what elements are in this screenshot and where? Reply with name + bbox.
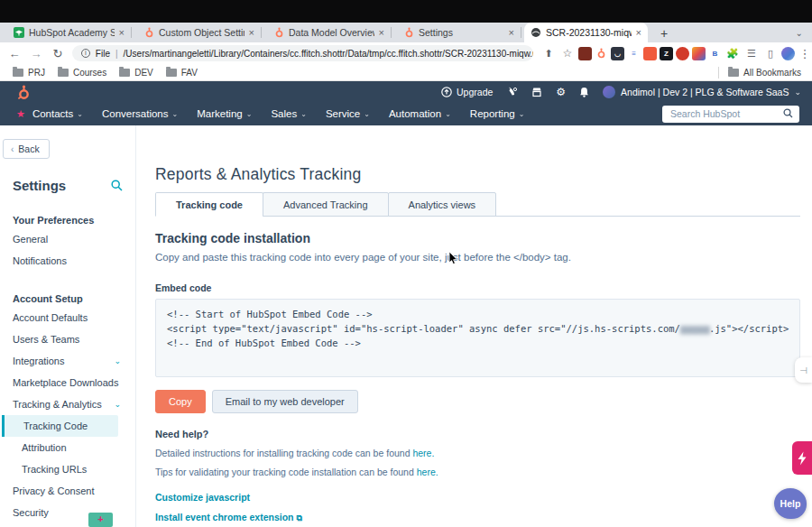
browser-tab[interactable]: Custom Object Settings × — [137, 23, 261, 42]
extension-icon[interactable]: ◡ — [611, 47, 624, 60]
extensions-puzzle-icon[interactable]: 🧩 — [724, 48, 741, 60]
media-controls-icon[interactable]: ☰ — [743, 48, 760, 60]
sidebar-item-general[interactable]: General — [0, 228, 135, 250]
extension-icon[interactable]: Z — [660, 47, 673, 60]
bookmarks-bar: PRJ Courses DEV FAV All Bookmarks — [0, 64, 812, 81]
upgrade-button[interactable]: Upgrade — [441, 87, 493, 97]
url-scheme: File — [96, 49, 110, 59]
all-bookmarks-button[interactable]: All Bookmarks — [718, 67, 801, 79]
url-separator: | — [115, 49, 118, 59]
bookmark-folder[interactable]: Courses — [58, 68, 106, 78]
profile-avatar[interactable] — [781, 47, 795, 60]
tab-tracking-code[interactable]: Tracking code — [155, 192, 263, 217]
sidebar-item-tracking-code[interactable]: Tracking Code — [2, 415, 118, 437]
all-bookmarks-label: All Bookmarks — [743, 68, 801, 78]
panel-collapse-handle[interactable]: ⊣ — [795, 357, 812, 383]
nav-item-service[interactable]: Service⌄ — [326, 108, 370, 119]
hubspot-favicon-icon — [143, 27, 154, 38]
help-button[interactable]: Help — [774, 488, 807, 519]
forward-nav-icon[interactable]: → — [25, 47, 47, 60]
nav-item-automation[interactable]: Automation⌄ — [389, 108, 451, 119]
tab-title: Data Model Overview — [289, 27, 374, 38]
sidebar-item-attribution[interactable]: Attribution — [0, 437, 135, 458]
instructions-link[interactable]: here. — [412, 448, 434, 458]
tracking-settings-main: Reports & Analytics Tracking Tracking co… — [136, 125, 812, 527]
page-info-icon[interactable]: i — [81, 49, 90, 58]
close-icon[interactable]: × — [379, 28, 384, 38]
reload-icon[interactable]: ↻ — [47, 47, 69, 60]
close-icon[interactable]: × — [636, 28, 641, 38]
settings-gear-icon[interactable]: ⚙ — [556, 86, 566, 98]
browser-tab[interactable]: Data Model Overview × — [267, 23, 391, 42]
sidebar-group-heading: Account Setup — [13, 293, 123, 304]
upgrade-label: Upgrade — [457, 87, 493, 97]
sidebar-item-tracking-analytics[interactable]: Tracking & Analytics⌄ — [0, 393, 135, 415]
copy-button[interactable]: Copy — [155, 390, 206, 413]
install-extension-link[interactable]: Install event chrome extension ⧉ — [155, 512, 800, 523]
hubspot-extension-icon[interactable] — [595, 47, 608, 60]
back-button[interactable]: ‹Back — [3, 139, 50, 159]
hubspot-favicon-icon — [403, 27, 414, 38]
settings-search-icon[interactable] — [111, 180, 123, 191]
browser-tab-strip: HubSpot Academy Super Adm × Custom Objec… — [0, 23, 812, 42]
extension-icon[interactable] — [676, 47, 689, 60]
nav-item-contacts[interactable]: Contacts⌄ — [32, 108, 83, 119]
embed-code-box[interactable]: <!-- Start of HubSpot Embed Code --> <sc… — [155, 299, 800, 377]
sidebar-item-marketplace-downloads[interactable]: Marketplace Downloads — [0, 372, 135, 393]
chevron-down-icon: ⌄ — [364, 110, 370, 118]
browser-tab[interactable]: Settings × — [397, 23, 521, 42]
sidebar-item-tracking-urls[interactable]: Tracking URLs — [0, 458, 135, 480]
search-input[interactable] — [662, 106, 799, 123]
nav-item-marketing[interactable]: Marketing⌄ — [197, 108, 252, 119]
nav-item-sales[interactable]: Sales⌄ — [271, 108, 306, 119]
validation-tips-link[interactable]: here. — [417, 467, 438, 477]
tab-analytics-views[interactable]: Analytics views — [388, 192, 497, 217]
extension-icon[interactable] — [692, 47, 706, 60]
back-nav-icon[interactable]: ← — [4, 47, 25, 60]
toolbar-extensions: ⬆ ☆ ◡ ≡ Z B 🧩 ☰ ▯ ⋮ — [540, 47, 812, 60]
sidebar-item-notifications[interactable]: Notifications — [0, 250, 135, 272]
extension-icon[interactable]: ≡ — [627, 47, 641, 60]
hubspot-main-nav: ★ Contacts⌄ Conversations⌄ Marketing⌄ Sa… — [0, 102, 812, 125]
sidebar-item-account-defaults[interactable]: Account Defaults — [0, 307, 135, 328]
annotation-plus-badge: + — [88, 513, 113, 527]
tab-advanced-tracking[interactable]: Advanced Tracking — [263, 192, 389, 217]
browser-tab-active[interactable]: SCR-20231130-miqw.png (30 × — [524, 23, 648, 42]
hubspot-favicon-icon — [273, 27, 284, 38]
address-bar[interactable]: i File | /Users/martinangeletti/Library/… — [72, 45, 533, 61]
embed-code-label: Embed code — [155, 282, 800, 293]
sidebar-item-users-teams[interactable]: Users & Teams — [0, 328, 135, 350]
sidebar-item-integrations[interactable]: Integrations⌄ — [0, 350, 135, 372]
calling-icon[interactable] — [506, 87, 518, 97]
copilot-lightning-tab[interactable] — [792, 441, 812, 475]
nav-item-reporting[interactable]: Reporting⌄ — [470, 108, 525, 119]
close-icon[interactable]: × — [509, 28, 514, 38]
side-panel-icon[interactable]: ▯ — [762, 48, 779, 60]
share-icon[interactable]: ⬆ — [540, 48, 557, 60]
new-tab-button[interactable]: + — [655, 24, 673, 42]
customize-javascript-link[interactable]: Customize javascript — [155, 492, 800, 503]
bookmark-folder[interactable]: PRJ — [13, 68, 45, 78]
extension-icon[interactable] — [643, 47, 657, 60]
kebab-menu-icon[interactable]: ⋮ — [798, 47, 812, 60]
marketplace-icon[interactable] — [531, 87, 542, 97]
bookmark-folder[interactable]: DEV — [119, 68, 153, 78]
code-line: <script type="text/javascript" id="hs-sc… — [167, 322, 789, 337]
extension-icon[interactable]: B — [708, 47, 722, 60]
redacted-portal-id: ▆▆▆▆▆▆ — [680, 323, 709, 334]
favorites-star-icon[interactable]: ★ — [16, 108, 25, 120]
tab-search-chevron-icon[interactable]: ⌄ — [796, 28, 803, 38]
notifications-bell-icon[interactable] — [579, 87, 589, 97]
close-icon[interactable]: × — [119, 28, 125, 38]
email-developer-button[interactable]: Email to my web developer — [212, 390, 358, 413]
bookmark-folder[interactable]: FAV — [166, 68, 198, 78]
bookmark-star-icon[interactable]: ☆ — [559, 47, 576, 60]
close-icon[interactable]: × — [249, 28, 254, 38]
account-menu[interactable]: Andimol | Dev 2 | PLG & Software SaaS ⌄ — [603, 86, 801, 98]
extension-icon[interactable] — [578, 47, 592, 60]
sidebar-item-privacy-consent[interactable]: Privacy & Consent — [0, 480, 135, 502]
browser-tab[interactable]: HubSpot Academy Super Adm × — [7, 23, 131, 42]
nav-item-conversations[interactable]: Conversations⌄ — [102, 108, 178, 119]
sidebar-item-security[interactable]: Security — [0, 502, 135, 523]
sidebar-item-approvals[interactable]: Approvals — [0, 523, 135, 527]
